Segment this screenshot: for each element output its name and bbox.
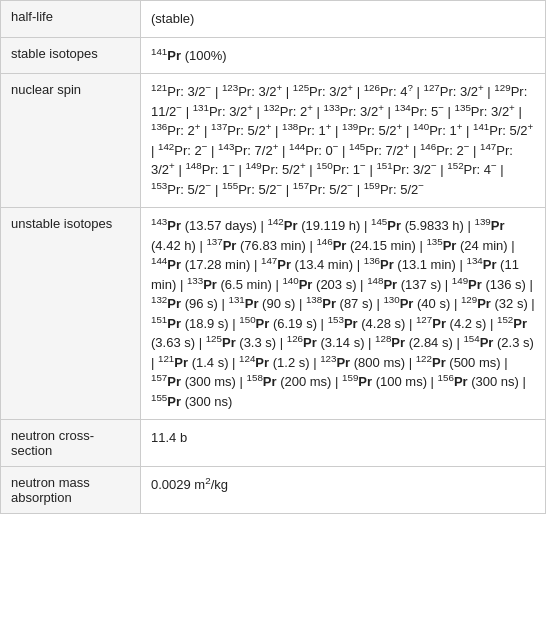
row-value-3: 143Pr (13.57 days) | 142Pr (19.119 h) | … — [141, 208, 546, 420]
row-label-5: neutron mass absorption — [1, 467, 141, 514]
table-row: neutron cross-section11.4 b — [1, 420, 546, 467]
table-row: neutron mass absorption0.0029 m2/kg — [1, 467, 546, 514]
row-value-0: (stable) — [141, 1, 546, 38]
table-row: nuclear spin121Pr: 3/2− | 123Pr: 3/2+ | … — [1, 74, 546, 208]
table-row: stable isotopes141Pr (100%) — [1, 37, 546, 74]
row-value-5: 0.0029 m2/kg — [141, 467, 546, 514]
row-value-2: 121Pr: 3/2− | 123Pr: 3/2+ | 125Pr: 3/2+ … — [141, 74, 546, 208]
row-label-4: neutron cross-section — [1, 420, 141, 467]
row-value-4: 11.4 b — [141, 420, 546, 467]
row-label-2: nuclear spin — [1, 74, 141, 208]
row-label-0: half-life — [1, 1, 141, 38]
table-row: half-life(stable) — [1, 1, 546, 38]
row-label-3: unstable isotopes — [1, 208, 141, 420]
row-value-1: 141Pr (100%) — [141, 37, 546, 74]
row-label-1: stable isotopes — [1, 37, 141, 74]
properties-table: half-life(stable)stable isotopes141Pr (1… — [0, 0, 546, 514]
table-row: unstable isotopes143Pr (13.57 days) | 14… — [1, 208, 546, 420]
